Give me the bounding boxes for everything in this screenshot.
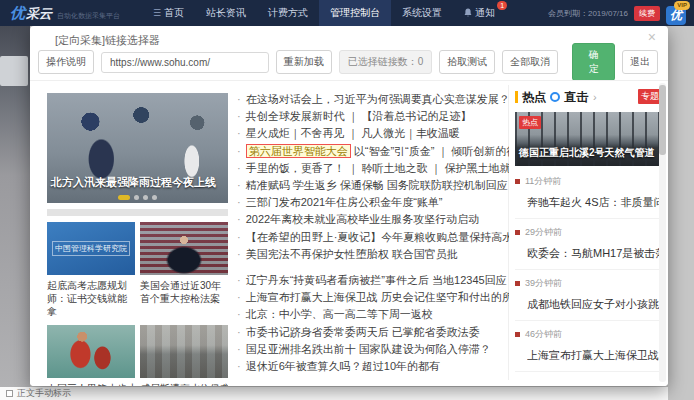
square-bullet-icon bbox=[515, 230, 520, 235]
renew-vip-button[interactable]: 续费 bbox=[634, 6, 660, 21]
bullet-icon: · bbox=[237, 196, 241, 208]
confirm-button[interactable]: 确定 bbox=[572, 43, 615, 81]
headline-item[interactable]: ·第六届世界智能大会 以“智金”引“质金” ｜ 倾听创新的律动 bbox=[237, 143, 509, 160]
featured-column: 北方入汛来最强降雨过程今夜上线 中国管理科学研究院起底高考志愿规划师：证书交钱就… bbox=[47, 93, 228, 386]
nav-item-label: 管理控制台 bbox=[330, 6, 380, 20]
hot-subtitle: 直击 bbox=[564, 89, 588, 106]
bullet-icon: · bbox=[237, 231, 241, 243]
headline-text: 市委书记跻身省委常委两天后 已掌舵省委政法委 bbox=[246, 326, 480, 338]
hot-news-item[interactable]: 11分钟前奔驰车起火 4S店：非质量问题 bbox=[515, 168, 662, 219]
headline-item[interactable]: ·手里的饭，更香了！ ｜ 聆听土地之歌 ｜ 保护黑土地就是保护每个… bbox=[237, 160, 509, 177]
background-panel-icon bbox=[0, 56, 28, 86]
logo-slogan: 自动化数据采集平台 bbox=[57, 11, 120, 21]
exit-button[interactable]: 退出 bbox=[622, 50, 658, 74]
news-card[interactable]: 中国管理科学研究院起底高考志愿规划师：证书交钱就能拿 bbox=[47, 222, 135, 318]
hot-photo-tag: 热点 bbox=[519, 116, 541, 129]
hot-photo-caption: 德国正重启北溪2号天然气管道 bbox=[519, 146, 655, 160]
sign-photo: 中国管理科学研究院 bbox=[47, 222, 135, 275]
news-card-caption: 起底高考志愿规划师：证书交钱就能拿 bbox=[47, 279, 135, 318]
nav-item-notifications[interactable]: 通知 1 bbox=[453, 0, 506, 26]
hot-item-time-row: 39分钟前 bbox=[515, 277, 662, 290]
headline-list: ·在这场对话会上，习近平为何强调要真心实意谋发展？·共创全球发展新时代 ｜ 【沿… bbox=[237, 91, 509, 375]
headline-text: 手里的饭，更香了！ ｜ 聆听土地之歌 ｜ 保护黑土地就是保护每个… bbox=[246, 162, 509, 174]
reload-button[interactable]: 重新加载 bbox=[276, 50, 332, 74]
nav-item[interactable]: ☰首页 bbox=[142, 0, 195, 26]
headline-text: 在这场对话会上，习近平为何强调要真心实意谋发展？ bbox=[246, 93, 509, 105]
bullet-icon: · bbox=[237, 308, 241, 320]
bullet-icon: · bbox=[237, 93, 241, 105]
nav-item[interactable]: 系统设置 bbox=[391, 0, 453, 26]
hot-item-text: 欧委会：马航MH17是被击落的 bbox=[527, 246, 662, 261]
hot-item-time: 46分钟前 bbox=[525, 328, 562, 341]
section-separator bbox=[47, 209, 228, 216]
nav-item-label: 计费方式 bbox=[268, 6, 308, 20]
close-icon[interactable]: × bbox=[648, 30, 656, 44]
cancel-all-button[interactable]: 全部取消 bbox=[502, 50, 558, 74]
headline-text: 美国宪法不再保护女性堕胎权 联合国官员批 bbox=[246, 248, 458, 260]
help-button[interactable]: 操作说明 bbox=[38, 50, 94, 74]
selected-link-highlight[interactable]: 第六届世界智能大会 bbox=[246, 144, 351, 158]
bell-icon bbox=[464, 8, 472, 19]
selected-links-count: 已选择链接数：0 bbox=[339, 50, 433, 74]
nav-item[interactable]: 站长资讯 bbox=[195, 0, 257, 26]
headline-item[interactable]: ·退休近6年被查算久吗？超过10年的都有 bbox=[237, 358, 509, 375]
hot-news-item[interactable]: 39分钟前成都地铁回应女子对小孩跳舞 bbox=[515, 270, 662, 321]
pick-test-button[interactable]: 拾取测试 bbox=[439, 50, 495, 74]
news-card[interactable]: 威尼斯遭高水位侵袭 圣 bbox=[140, 325, 228, 386]
nav-item[interactable]: 管理控制台 bbox=[319, 0, 391, 26]
scrollbar bbox=[659, 83, 666, 382]
hot-panel: 热点 直击 › 专题 热点 德国正重启北溪2号天然气管道 11分钟前奔驰车起火 … bbox=[515, 89, 662, 372]
carousel-dot[interactable] bbox=[143, 195, 148, 200]
bullet-icon: · bbox=[237, 360, 241, 372]
menu-icon: ☰ bbox=[153, 8, 161, 18]
nav-item-label: 系统设置 bbox=[402, 6, 442, 20]
headline-item[interactable]: ·上海宣布打赢大上海保卫战 历史会记住坚守和付出的所有人 bbox=[237, 289, 509, 306]
headline-text: 辽宁丹东“持黄码者看病被拦”事件之后 当地12345回应 bbox=[246, 274, 507, 286]
carousel-dot[interactable] bbox=[134, 195, 139, 200]
carousel-dot[interactable] bbox=[118, 195, 130, 200]
selector-toolbar: 操作说明 重新加载 已选择链接数：0 拾取测试 全部取消 确定 退出 bbox=[38, 50, 658, 74]
accent-bar-icon bbox=[515, 91, 518, 103]
nav-item[interactable]: 计费方式 bbox=[257, 0, 319, 26]
news-card[interactable]: 美国会通过近30年首个重大控枪法案 bbox=[140, 222, 228, 318]
headline-item[interactable]: ·星火成炬｜不舍再见 ｜ 凡人微光｜丰收温暖 bbox=[237, 125, 509, 142]
url-input[interactable] bbox=[101, 52, 269, 73]
hot-news-item[interactable]: 46分钟前上海宣布打赢大上海保卫战 bbox=[515, 321, 662, 372]
app-logo[interactable]: 优 采云 自动化数据采集平台 bbox=[10, 4, 120, 23]
nav-menu: ☰首页站长资讯计费方式管理控制台系统设置 bbox=[142, 0, 453, 26]
background-bottom-bar: 正文手动标示 bbox=[0, 387, 668, 400]
headline-item[interactable]: ·2022年离校未就业高校毕业生服务攻坚行动启动 bbox=[237, 211, 509, 228]
manual-mark-checkbox[interactable] bbox=[6, 390, 13, 397]
carousel-dot[interactable] bbox=[152, 195, 157, 200]
screen: 优 采云 自动化数据采集平台 ☰首页站长资讯计费方式管理控制台系统设置 通知 1… bbox=[0, 0, 694, 400]
headline-item[interactable]: ·市委书记跻身省委常委两天后 已掌舵省委政法委 bbox=[237, 324, 509, 341]
chevron-right-icon[interactable]: › bbox=[593, 91, 597, 103]
headline-item[interactable]: ·三部门发布2021年住房公积金年度“账单” bbox=[237, 194, 509, 211]
notification-badge: 1 bbox=[497, 1, 507, 10]
logo-text: 采云 bbox=[26, 5, 52, 23]
news-card-caption: 中国三人男篮止步小组赛 bbox=[47, 382, 135, 386]
headline-item[interactable]: ·共创全球发展新时代 ｜ 【沿着总书记的足迹】 bbox=[237, 108, 509, 125]
headline-item[interactable]: ·美国宪法不再保护女性堕胎权 联合国官员批 bbox=[237, 246, 509, 263]
square-bullet-icon bbox=[515, 281, 520, 286]
hot-item-time: 11分钟前 bbox=[525, 175, 561, 188]
background-right-area bbox=[668, 26, 694, 400]
headline-text: 星火成炬｜不舍再见 ｜ 凡人微光｜丰收温暖 bbox=[246, 127, 460, 139]
hot-item-text: 奔驰车起火 4S店：非质量问题 bbox=[527, 195, 662, 210]
headline-item[interactable]: ·辽宁丹东“持黄码者看病被拦”事件之后 当地12345回应 bbox=[237, 272, 509, 289]
headline-item[interactable]: ·国足亚洲排名跌出前十 国家队建设为何陷入停滞？ bbox=[237, 341, 509, 358]
avatar[interactable]: 优 VIP bbox=[666, 1, 690, 25]
headline-item[interactable]: ·在这场对话会上，习近平为何强调要真心实意谋发展？ bbox=[237, 91, 509, 108]
scrollbar-thumb[interactable] bbox=[659, 85, 666, 155]
headline-column: ·在这场对话会上，习近平为何强调要真心实意谋发展？·共创全球发展新时代 ｜ 【沿… bbox=[237, 91, 509, 375]
news-card[interactable]: 中国三人男篮止步小组赛 bbox=[47, 325, 135, 386]
hot-photo-card[interactable]: 热点 德国正重启北溪2号天然气管道 bbox=[515, 112, 662, 166]
square-bullet-icon bbox=[515, 332, 520, 337]
headline-item[interactable]: ·精准赋码 学生返乡 保通保畅 国务院联防联控机制回应 bbox=[237, 177, 509, 194]
headline-item[interactable]: ·【在希望的田野上·夏收记】今年夏粮收购总量保持高水平 bbox=[237, 229, 509, 246]
hot-item-text: 成都地铁回应女子对小孩跳舞 bbox=[527, 297, 662, 312]
hot-news-list: 11分钟前奔驰车起火 4S店：非质量问题29分钟前欧委会：马航MH17是被击落的… bbox=[515, 168, 662, 372]
hot-news-item[interactable]: 29分钟前欧委会：马航MH17是被击落的 bbox=[515, 219, 662, 270]
carousel[interactable]: 北方入汛来最强降雨过程今夜上线 bbox=[47, 93, 228, 203]
headline-item[interactable]: ·北京：中小学、高一高二等下周一返校 bbox=[237, 306, 509, 323]
